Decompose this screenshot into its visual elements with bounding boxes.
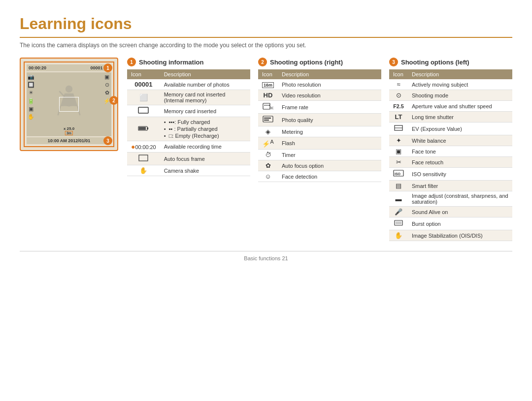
page-subtitle: The icons the camera displays on the scr…: [20, 42, 512, 49]
table-row: ▣ Face tone: [389, 146, 512, 157]
icon-cell: [127, 153, 160, 165]
svg-rect-15: [264, 118, 271, 119]
section-num-3: 3: [389, 58, 398, 66]
photo-quality-icon: [263, 115, 273, 123]
table-row: ⊙ Shooting mode: [389, 90, 512, 101]
cam-zoom-display: x 25.0: [64, 126, 74, 131]
desc-cell: Frame rate: [278, 101, 381, 114]
badge-3: 3: [103, 136, 112, 145]
table-row: Auto focus frame: [127, 153, 250, 165]
desc-cell: Photo quality: [278, 114, 381, 126]
table-row: LT Long time shutter: [389, 112, 512, 123]
th-desc-2: Description: [278, 69, 381, 79]
table-row: ◈ Metering: [258, 126, 381, 137]
svg-rect-11: [266, 105, 267, 106]
desc-cell: Smart filter: [408, 181, 512, 191]
table-row: ≈ Actively moving subject: [389, 79, 512, 90]
section-shooting-left: 3 Shooting options (left) Icon Descripti…: [389, 58, 512, 241]
th-icon-2: Icon: [258, 69, 278, 79]
table-row: EV (Exposure Value): [389, 123, 512, 135]
icon-cell: [127, 105, 160, 117]
desc-cell: Sound Alive on: [408, 207, 512, 217]
battery-icon: [138, 125, 149, 131]
desc-cell: Memory card not inserted(Internal memory…: [160, 90, 250, 105]
shooting-left-table: Icon Description ≈ Actively moving subje…: [389, 69, 512, 241]
desc-cell: Auto focus option: [278, 160, 381, 171]
icon-cell: ✋: [389, 230, 408, 241]
section-title-shooting-left: 3 Shooting options (left): [389, 58, 512, 66]
svg-text:30: 30: [270, 106, 273, 110]
iso-icon: ISO: [393, 169, 404, 177]
desc-cell: Burst option: [408, 217, 512, 230]
cam-resolution-badge: 3m: [65, 131, 73, 135]
desc-cell: Photo resolution: [278, 79, 381, 90]
icon-cell: ⊙: [389, 90, 408, 101]
table-row: ✂ Face retouch: [389, 157, 512, 168]
icon-cell: ◈: [258, 126, 278, 137]
table-row: 16m Photo resolution: [258, 79, 381, 90]
icon-cell: LT: [389, 112, 408, 123]
desc-cell: White balance: [408, 135, 512, 146]
desc-cell: ISO sensitivity: [408, 168, 512, 181]
icon-cell: 16m: [258, 79, 278, 90]
icon-cell: ●00:00:20: [127, 141, 160, 153]
svg-rect-4: [138, 107, 148, 113]
table-row: Photo quality: [258, 114, 381, 126]
icon-cell: HD: [258, 90, 278, 101]
icon-cell: 30: [258, 101, 278, 114]
table-row: ✋ Image Stabilization (OIS/DIS): [389, 230, 512, 241]
icon-cell: ▤: [389, 181, 408, 191]
section-shooting-info: 1 Shooting information Icon Description …: [127, 58, 250, 176]
icon-cell: [389, 217, 408, 230]
desc-cell: Timer: [278, 150, 381, 160]
th-icon-1: Icon: [127, 69, 160, 79]
ev-icon: [394, 124, 403, 132]
desc-cell: Face tone: [408, 146, 512, 157]
svg-rect-9: [263, 103, 270, 109]
icon-cell: 🎤: [389, 207, 408, 217]
svg-line-3: [59, 91, 65, 97]
desc-cell: Actively moving subject: [408, 79, 512, 90]
table-row: ⬜ Memory card not inserted(Internal memo…: [127, 90, 250, 105]
table-row: ⚡A Flash: [258, 137, 381, 150]
section-title-shooting-right: 2 Shooting options (right): [258, 58, 381, 66]
svg-rect-10: [265, 105, 266, 106]
icon-cell: ≈: [389, 79, 408, 90]
table-row: HD Video resolution: [258, 90, 381, 101]
svg-point-0: [66, 86, 72, 93]
icon-cell: ✿: [258, 160, 278, 171]
table-row: ISO ISO sensitivity: [389, 168, 512, 181]
svg-rect-6: [147, 127, 148, 129]
cam-top-left: 00:00:20: [29, 65, 46, 70]
framerate-icon: 30: [263, 102, 273, 110]
shooting-right-table: Icon Description 16m Photo resolution HD…: [258, 69, 381, 182]
section-num-1: 1: [127, 58, 136, 66]
table-row: 00001 Available number of photos: [127, 79, 250, 90]
focus-frame-icon: [138, 154, 149, 162]
icon-cell: [389, 123, 408, 135]
desc-cell: Aperture value and shutter speed: [408, 101, 512, 112]
icon-cell: ▣: [389, 146, 408, 157]
icon-cell: [258, 114, 278, 126]
page-title: Learning icons: [20, 15, 512, 38]
desc-cell: Video resolution: [278, 90, 381, 101]
footer: Basic functions 21: [20, 251, 512, 261]
cam-right-icons: ▣ ⊙ ✿ ⚡: [102, 72, 111, 136]
memory-card-icon: [138, 107, 149, 114]
icon-cell: ▬: [389, 191, 408, 207]
desc-cell: ▪▪▪: Fully charged ▪▪ : Partially charge…: [160, 117, 250, 141]
burst-icon: [394, 219, 403, 227]
desc-cell: Face detection: [278, 171, 381, 182]
th-desc-3: Description: [408, 69, 512, 79]
desc-cell: Available recording time: [160, 141, 250, 153]
icon-cell: ☺: [258, 171, 278, 182]
badge-2: 2: [109, 96, 118, 105]
table-row: Burst option: [389, 217, 512, 230]
desc-cell: Flash: [278, 137, 381, 150]
desc-cell: Image adjust (constrast, sharpness, and …: [408, 191, 512, 207]
svg-rect-8: [139, 155, 148, 161]
table-row: ▤ Smart filter: [389, 181, 512, 191]
th-icon-3: Icon: [389, 69, 408, 79]
table-row: 30 Frame rate: [258, 101, 381, 114]
table-row: ✿ Auto focus option: [258, 160, 381, 171]
